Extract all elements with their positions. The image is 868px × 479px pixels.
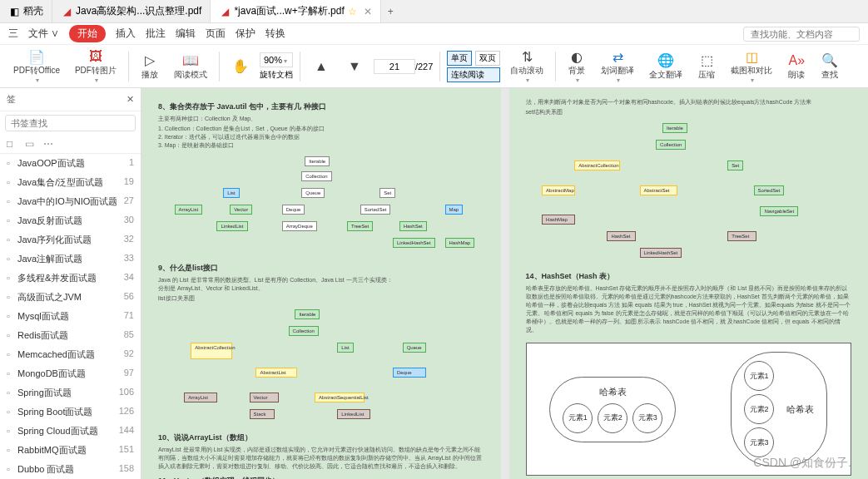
bookmark-list[interactable]: ▫JavaOOP面试题1▫Java集合/泛型面试题19▫Java中的IO与NIO… [0,154,141,479]
list-diagram: Iterable Collection AbstractCollection L… [158,309,484,426]
bookmark-item[interactable]: ▫Mysql面试题71 [0,307,141,326]
zoom-select[interactable]: 90% [260,52,293,67]
bookmark-item[interactable]: ▫RabbitMQ面试题151 [0,441,141,460]
bookmark-item[interactable]: ▫高级面试之JVM56 [0,288,141,307]
play-icon: ▷ [141,52,158,69]
favorite-icon[interactable]: ☆ [348,6,357,17]
next-page-button[interactable]: ▼ [340,57,369,77]
continuous-button[interactable]: 连续阅读 [447,67,500,82]
compress-button[interactable]: ⬚压缩 [692,51,721,82]
tab-label: 稻壳 [23,4,43,18]
book-icon: 📖 [182,52,199,69]
pdf-icon: ◢ [61,6,72,17]
text: list接口关系图 [158,294,484,303]
bookmark-item[interactable]: ▫Dubbo 面试题158 [0,460,141,479]
hand-tool-button[interactable]: ✋ [226,57,255,77]
collection-diagram: Iterable Collection List Queue Set Array… [158,156,484,256]
pdf-page-left: 8、集合类存放于 Java.util 包中，主要有几 种接口 主要有两种接口：C… [141,88,501,479]
full-translate-button[interactable]: 🌐全文翻译 [644,51,687,82]
bookmark-item[interactable]: ▫Java中的IO与NIO面试题27 [0,192,141,211]
bookmark-item[interactable]: ▫Redis面试题85 [0,326,141,345]
bookmark-item[interactable]: ▫Spring Boot面试题126 [0,402,141,422]
bookmark-item[interactable]: ▫多线程&并发面试题34 [0,269,141,288]
text: 1. Collection：Collection 是集合List，Set，Que… [158,125,484,150]
heading-8: 8、集合类存放于 Java.util 包中，主要有几 种接口 [158,101,484,112]
bookmark-item[interactable]: ▫Memcached面试题92 [0,345,141,364]
menu-protect[interactable]: 保护 [236,27,255,41]
heading-9: 9、什么是list接口 [158,263,484,274]
separator [300,52,300,81]
page-input[interactable] [374,59,415,74]
bookmark-collapse-icon[interactable]: ▭ [25,138,37,150]
tab-pdf-1[interactable]: ◢ Java高级架构...识点整理.pdf [52,0,211,22]
bookmark-item[interactable]: ▫Spring面试题106 [0,383,141,402]
text: 主要有两种接口：Collection 及 Map、 [158,115,484,123]
bookmark-item[interactable]: ▫JavaOOP面试题1 [0,154,141,173]
close-sidebar-button[interactable]: ✕ [126,94,134,105]
globe-icon: 🌐 [657,52,674,69]
compare-button[interactable]: ◫截图和对比 [726,47,777,86]
bookmark-menu-icon[interactable]: ⋯ [43,138,55,150]
bookmark-item[interactable]: ▫MongoDB面试题97 [0,364,141,383]
prev-page-button[interactable]: ▲ [307,57,335,77]
document-viewport[interactable]: 8、集合类存放于 Java.util 包中，主要有几 种接口 主要有两种接口：C… [141,88,868,479]
hand-icon: ✋ [232,58,249,75]
hash-label: 哈希表 [599,386,627,398]
separator [128,52,129,81]
bookmark-item[interactable]: ▫Java序列化面试题32 [0,230,141,249]
menu-insert[interactable]: 插入 [116,27,136,41]
translate-icon: ⇄ [609,48,626,65]
search-icon: 🔍 [821,52,838,69]
play-button[interactable]: ▷播放 [136,51,164,82]
pdf-to-image-button[interactable]: 🖼PDF转图片 [70,47,122,86]
bookmark-add-icon[interactable]: □ [7,138,18,150]
menu-search-input[interactable] [743,27,860,42]
watermark: CSDN @知食份子. [753,456,851,471]
rotate-button[interactable]: 旋转文档 [260,69,293,81]
menu-edit[interactable]: 编辑 [176,27,196,41]
down-arrow-icon: ▼ [346,58,363,75]
menu-convert[interactable]: 转换 [265,27,285,41]
read-aloud-button[interactable]: A»朗读 [782,51,811,82]
bookmark-item[interactable]: ▫Java注解面试题33 [0,249,141,269]
camera-icon: ◫ [743,48,760,65]
hash-element: 元素1 [744,361,774,391]
menu-start[interactable]: 开始 [69,25,106,42]
menu-comment[interactable]: 批注 [146,27,166,41]
auto-scroll-button[interactable]: ⇅自动滚动 [505,47,548,86]
double-page-button[interactable]: 双页 [475,51,500,66]
bookmark-item[interactable]: ▫Java集合/泛型面试题19 [0,173,141,192]
tab-pdf-2[interactable]: ◢ *java面试...w+字解析.pdf ☆ ✕ [211,0,380,22]
compress-icon: ⬚ [698,52,715,69]
tab-label: *java面试...w+字解析.pdf [234,4,344,18]
pdf-to-office-button[interactable]: 📄PDF转Office [8,47,65,86]
pdf-office-icon: 📄 [28,48,45,65]
bookmark-item[interactable]: ▫Spring Cloud面试题144 [0,422,141,441]
bookmark-sidebar: 签 ✕ □ ▭ ⋯ ▫JavaOOP面试题1▫Java集合/泛型面试题19▫Ja… [0,88,141,479]
read-mode-button[interactable]: 📖阅读模式 [169,51,212,82]
background-button[interactable]: ◐背景 [563,47,591,86]
menu-hamburger[interactable]: 三 [8,27,18,41]
hash-element: 元素1 [563,403,593,433]
text: 哈希表里存放的是哈希值。HashSet 存储元素的顺序并不是按照存入时的顺序（和… [526,284,852,334]
word-translate-button[interactable]: ⇄划词翻译 [596,47,639,86]
hash-label: 哈希表 [786,403,814,416]
up-arrow-icon: ▲ [313,58,330,75]
add-tab-button[interactable]: + [381,6,400,17]
heading-11: 11、Vector（数组实现、线程同步） [158,476,484,479]
close-icon[interactable]: ✕ [364,6,372,17]
tab-home[interactable]: ◧ 稻壳 [0,0,52,22]
menu-file[interactable]: 文件 ∨ [28,27,59,41]
tabs-bar: ◧ 稻壳 ◢ Java高级架构...识点整理.pdf ◢ *java面试...w… [0,0,868,23]
bookmark-search-input[interactable] [5,115,136,131]
single-page-button[interactable]: 单页 [447,51,472,66]
menu-bar: 三 文件 ∨ 开始 插入 批注 编辑 页面 保护 转换 [0,23,868,45]
find-button[interactable]: 🔍查找 [816,51,844,82]
separator [555,52,556,81]
menu-page[interactable]: 页面 [206,27,226,41]
pdf-image-icon: 🖼 [87,48,104,65]
separator [439,52,440,81]
bookmark-item[interactable]: ▫Java反射面试题30 [0,211,141,230]
scroll-icon: ⇅ [518,48,535,65]
toolbar: 📄PDF转Office 🖼PDF转图片 ▷播放 📖阅读模式 ✋ 90% 旋转文档… [0,45,868,88]
